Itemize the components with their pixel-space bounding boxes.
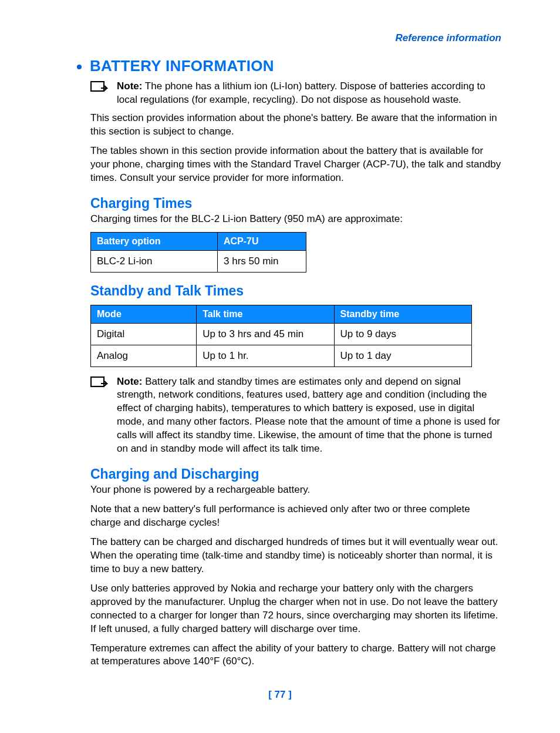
cd-p3: The battery can be charged and discharge… [90, 536, 501, 576]
bullet-icon [77, 65, 82, 69]
page-number: [ 77 ] [0, 689, 560, 701]
cd-p2: Note that a new battery's full performan… [90, 503, 501, 530]
th-standby: Standby time [334, 305, 471, 323]
svg-rect-0 [91, 82, 104, 91]
section-title: BATTERY INFORMATION [90, 57, 274, 75]
note-body: The phone has a lithium ion (Li-Ion) bat… [117, 80, 485, 105]
td-talk: Up to 3 hrs and 45 min [197, 323, 334, 345]
td-mode: Digital [91, 323, 197, 345]
td-talk: Up to 1 hr. [197, 345, 334, 366]
note-icon [90, 376, 108, 392]
td-time: 3 hrs 50 min [218, 250, 306, 272]
svg-rect-1 [91, 377, 104, 386]
td-battery: BLC-2 Li-ion [91, 250, 218, 272]
table-row: Digital Up to 3 hrs and 45 min Up to 9 d… [91, 323, 472, 345]
note-text-1: Note: The phone has a lithium ion (Li-Io… [117, 80, 501, 107]
standby-heading: Standby and Talk Times [90, 283, 501, 299]
table-row: BLC-2 Li-ion 3 hrs 50 min [91, 250, 306, 272]
intro-paragraph-2: The tables shown in this section provide… [90, 144, 501, 185]
charging-times-heading: Charging Times [90, 196, 501, 211]
th-acp7u: ACP-7U [218, 232, 306, 250]
th-talk: Talk time [197, 305, 334, 323]
th-mode: Mode [91, 305, 197, 323]
cd-p1: Your phone is powered by a rechargeable … [90, 483, 501, 497]
charging-table: Battery option ACP-7U BLC-2 Li-ion 3 hrs… [90, 232, 306, 273]
td-mode: Analog [91, 345, 197, 366]
table-header-row: Battery option ACP-7U [91, 232, 306, 250]
td-standby: Up to 1 day [334, 345, 471, 366]
note-body: Battery talk and standby times are estim… [117, 376, 500, 455]
note-label: Note: [117, 376, 142, 387]
charging-desc: Charging times for the BLC-2 Li-ion Batt… [90, 213, 501, 226]
note-icon [90, 81, 108, 96]
intro-paragraph-1: This section provides information about … [90, 112, 501, 139]
header-reference: Reference information [58, 32, 501, 44]
cd-p4: Use only batteries approved by Nokia and… [90, 582, 501, 636]
cd-p5: Temperature extremes can affect the abil… [90, 642, 501, 669]
th-battery-option: Battery option [91, 232, 218, 250]
td-standby: Up to 9 days [334, 323, 471, 345]
table-row: Analog Up to 1 hr. Up to 1 day [91, 345, 472, 366]
standby-table: Mode Talk time Standby time Digital Up t… [90, 305, 472, 367]
table-header-row: Mode Talk time Standby time [91, 305, 472, 323]
note-label: Note: [117, 80, 142, 92]
charging-discharging-heading: Charging and Discharging [90, 466, 501, 482]
note-text-2: Note: Battery talk and standby times are… [117, 375, 501, 456]
